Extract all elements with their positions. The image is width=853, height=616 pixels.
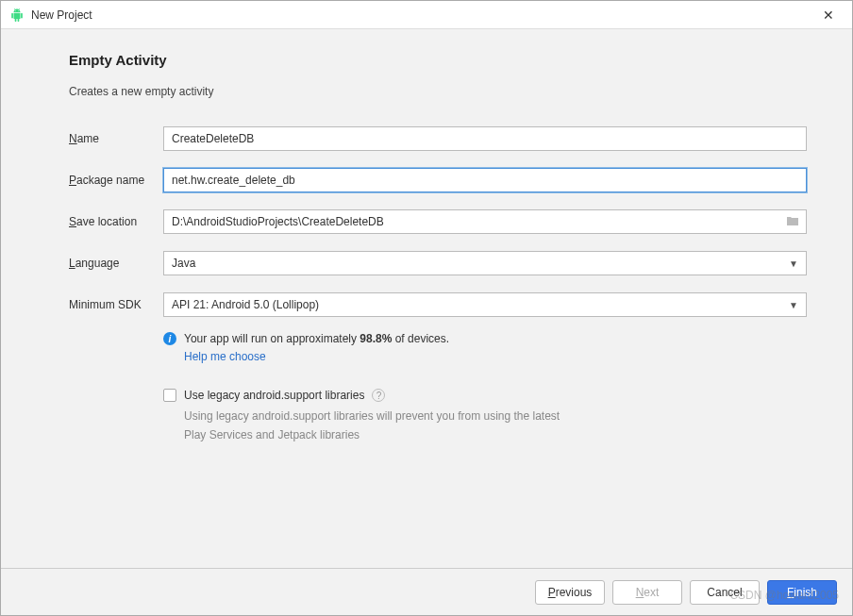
browse-folder-icon[interactable] (786, 215, 799, 229)
save-location-input[interactable] (163, 209, 807, 234)
row-min-sdk: Minimum SDK API 21: Android 5.0 (Lollipo… (69, 292, 807, 317)
content-area: Empty Activity Creates a new empty activ… (1, 29, 852, 568)
next-button: Next (612, 580, 682, 605)
finish-button[interactable]: Finish (767, 580, 837, 605)
previous-button[interactable]: Previous (535, 580, 605, 605)
page-heading: Empty Activity (69, 52, 807, 68)
close-button[interactable]: ✕ (814, 8, 843, 23)
legacy-description: Using legacy android.support libraries w… (184, 408, 580, 443)
name-input[interactable] (163, 126, 807, 151)
language-select[interactable]: Java ▼ (163, 251, 807, 275)
android-icon (10, 8, 24, 22)
titlebar: New Project ✕ (1, 1, 852, 29)
new-project-window: New Project ✕ Empty Activity Creates a n… (0, 0, 853, 616)
legacy-support-label: Use legacy android.support libraries (184, 389, 364, 402)
row-save-location: Save location (69, 209, 807, 234)
cancel-button[interactable]: Cancel (690, 580, 760, 605)
page-subheading: Creates a new empty activity (69, 85, 807, 98)
row-name: Name (69, 126, 807, 151)
package-name-input[interactable] (163, 168, 807, 192)
label-save-location: Save location (69, 215, 163, 228)
label-package: Package name (69, 174, 163, 187)
language-value: Java (172, 257, 195, 270)
window-title: New Project (31, 8, 814, 22)
min-sdk-select[interactable]: API 21: Android 5.0 (Lollipop) ▼ (163, 292, 807, 317)
row-package: Package name (69, 168, 807, 192)
min-sdk-value: API 21: Android 5.0 (Lollipop) (172, 298, 319, 311)
help-icon[interactable]: ? (372, 389, 385, 402)
help-me-choose-link[interactable]: Help me choose (184, 350, 266, 363)
label-name: Name (69, 132, 163, 145)
button-bar: Previous Next Cancel Finish (1, 568, 852, 615)
label-language: Language (69, 257, 163, 270)
legacy-block: Use legacy android.support libraries ? U… (163, 389, 807, 443)
sdk-info-text: Your app will run on approximately 98.8%… (184, 330, 449, 366)
chevron-down-icon: ▼ (789, 258, 798, 269)
label-min-sdk: Minimum SDK (69, 298, 163, 311)
sdk-info-block: i Your app will run on approximately 98.… (163, 330, 807, 366)
chevron-down-icon: ▼ (789, 300, 798, 310)
row-language: Language Java ▼ (69, 251, 807, 275)
legacy-support-checkbox[interactable] (163, 389, 176, 402)
info-icon: i (163, 332, 176, 345)
